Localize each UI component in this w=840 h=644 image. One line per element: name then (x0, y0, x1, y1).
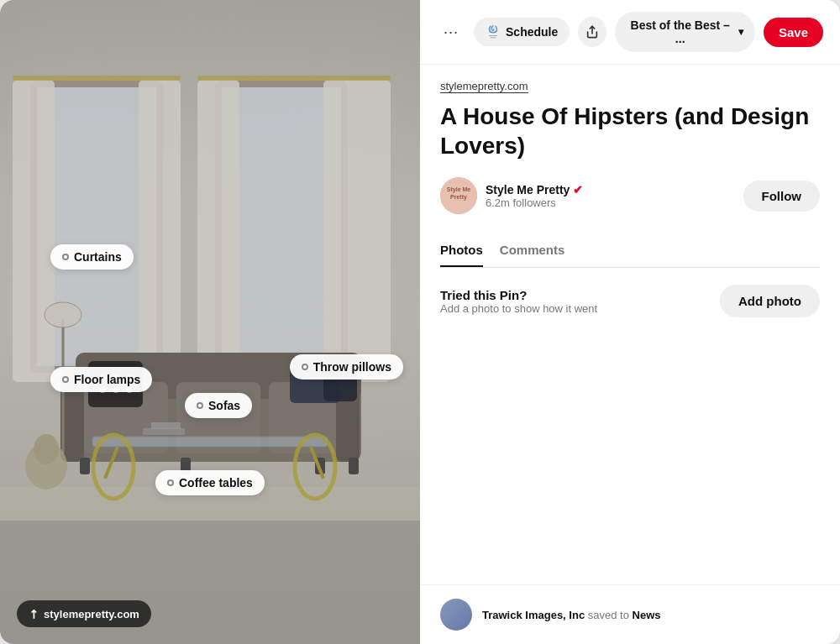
svg-point-46 (492, 29, 494, 31)
toolbar: ··· Schedule (420, 0, 840, 65)
pin-image: Curtains Floor lamps Sofas Throw pillows… (0, 0, 420, 644)
try-label: Tried this Pin? (440, 288, 597, 302)
hotspot-dot (167, 479, 174, 486)
hotspot-floor-lamps[interactable]: Floor lamps (50, 367, 152, 392)
content-area: stylemepretty.com A House Of Hipsters (a… (420, 65, 840, 584)
follow-button[interactable]: Follow (743, 181, 821, 212)
hotspot-coffee-tables-label: Coffee tables (179, 476, 253, 490)
hotspot-curtains[interactable]: Curtains (50, 244, 134, 270)
saved-by-text: Trawick Images, Inc saved to News (482, 609, 661, 621)
save-button[interactable]: Save (764, 18, 823, 47)
hotspot-coffee-tables[interactable]: Coffee tables (155, 470, 265, 495)
svg-rect-44 (0, 0, 420, 644)
author-info: Style Me Pretty ✔ 6.2m followers (486, 183, 743, 209)
share-button[interactable] (578, 17, 606, 47)
author-name-row: Style Me Pretty ✔ (486, 183, 743, 196)
saved-by-action: saved to (588, 609, 629, 621)
share-icon (585, 25, 599, 39)
author-name-text: Style Me Pretty (486, 183, 570, 196)
source-link-text: stylemepretty.com (44, 608, 139, 620)
hotspot-floor-lamps-label: Floor lamps (74, 373, 140, 386)
tabs: Photos Comments (440, 234, 820, 268)
author-row: Style Me Pretty Style Me Pretty ✔ 6.2m f… (440, 177, 820, 214)
schedule-button[interactable]: Schedule (474, 18, 570, 46)
right-panel: ··· Schedule (420, 0, 840, 644)
add-photo-button[interactable]: Add photo (720, 285, 820, 317)
board-select-button[interactable]: Best of the Best – ... ▾ (615, 12, 755, 52)
hotspot-dot (62, 376, 69, 383)
saved-by-avatar (440, 599, 472, 631)
saved-by-board[interactable]: News (633, 609, 661, 621)
schedule-icon (486, 24, 501, 39)
try-text: Tried this Pin? Add a photo to show how … (440, 288, 597, 315)
tab-comments[interactable]: Comments (500, 234, 565, 267)
hotspot-dot (197, 402, 203, 409)
author-followers: 6.2m followers (486, 196, 743, 209)
arrow-icon: ↗ (25, 605, 42, 622)
hotspot-curtains-label: Curtains (74, 250, 122, 264)
saved-by-row: Trawick Images, Inc saved to News (420, 584, 840, 644)
source-link-overlay[interactable]: ↗ stylemepretty.com (17, 600, 151, 627)
main-container: Curtains Floor lamps Sofas Throw pillows… (0, 0, 840, 644)
try-section: Tried this Pin? Add a photo to show how … (440, 285, 820, 317)
verified-icon: ✔ (573, 183, 583, 196)
chevron-down-icon: ▾ (738, 26, 743, 38)
board-select-label: Best of the Best – ... (627, 18, 733, 45)
hotspot-sofas[interactable]: Sofas (185, 393, 252, 418)
hotspot-throw-pillows-label: Throw pillows (313, 360, 391, 374)
schedule-label: Schedule (506, 25, 558, 39)
author-avatar: Style Me Pretty (440, 177, 477, 214)
hotspot-sofas-label: Sofas (208, 399, 240, 412)
source-url-link[interactable]: stylemepretty.com (440, 80, 528, 93)
hotspot-throw-pillows[interactable]: Throw pillows (290, 354, 403, 380)
more-options-button[interactable]: ··· (437, 18, 465, 46)
hotspot-dot (62, 254, 69, 260)
hotspot-dot (302, 364, 308, 370)
svg-text:Style Me: Style Me (447, 186, 471, 193)
svg-text:Pretty: Pretty (450, 194, 467, 201)
pin-title: A House Of Hipsters (and Design Lovers) (440, 102, 820, 160)
left-panel: Curtains Floor lamps Sofas Throw pillows… (0, 0, 420, 644)
try-sublabel: Add a photo to show how it went (440, 302, 597, 315)
saved-by-username[interactable]: Trawick Images, Inc (482, 609, 585, 621)
tab-photos[interactable]: Photos (440, 234, 483, 267)
